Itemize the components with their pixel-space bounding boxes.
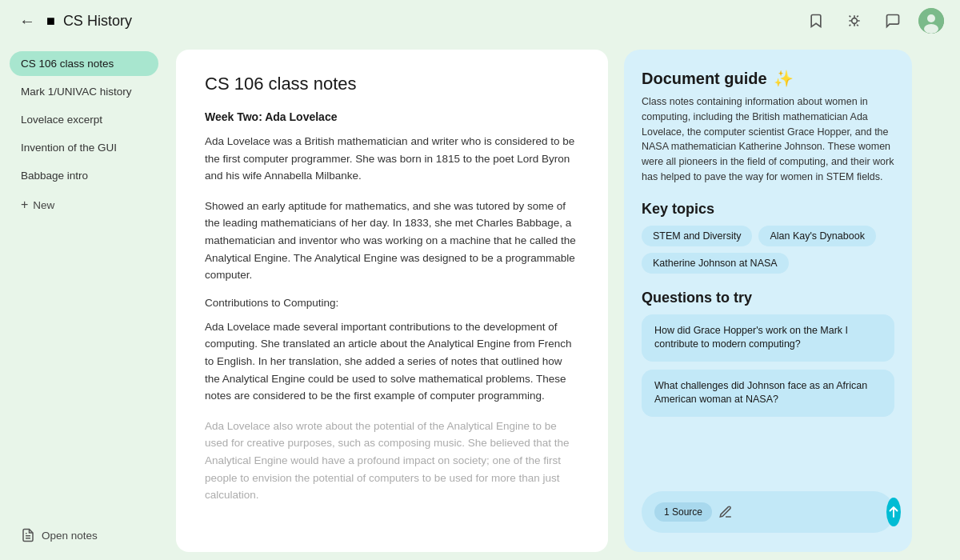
topic-tag-2[interactable]: Katherine Johnson at NASA (642, 253, 789, 274)
top-bar: ← ■ CS History (0, 0, 960, 42)
topic-tag-0[interactable]: STEM and Diversity (642, 226, 752, 246)
sidebar-item-babbage[interactable]: Babbage intro (10, 163, 158, 188)
questions-section: Questions to try How did Grace Hopper's … (642, 290, 894, 417)
sidebar-item-mark1[interactable]: Mark 1/UNIVAC history (10, 79, 158, 104)
notebook-icon: ■ (46, 13, 55, 30)
sidebar-item-lovelace[interactable]: Lovelace excerpt (10, 107, 158, 132)
key-topics-section: Key topics STEM and Diversity Alan Kay's… (642, 201, 894, 274)
tags-container: STEM and Diversity Alan Kay's Dynabook K… (642, 226, 894, 274)
top-bar-right (803, 8, 944, 34)
doc-contributions-header: Contributions to Computing: (205, 297, 579, 309)
send-button[interactable] (886, 498, 901, 526)
document-panel[interactable]: CS 106 class notes Week Two: Ada Lovelac… (176, 50, 608, 552)
questions-container: How did Grace Hopper's work on the Mark … (642, 314, 894, 417)
notes-icon (21, 528, 35, 542)
new-label: New (33, 199, 54, 211)
doc-para-1: Showed an early aptitude for mathematics… (205, 198, 579, 284)
edit-icon (718, 505, 733, 519)
content-area: CS 106 class notes Week Two: Ada Lovelac… (168, 42, 960, 560)
sidebar-spacer (10, 222, 158, 517)
document-subtitle: Week Two: Ada Lovelace (205, 110, 579, 123)
questions-title: Questions to try (642, 290, 894, 306)
top-bar-left: ← ■ CS History (16, 9, 132, 34)
send-icon (886, 505, 901, 519)
doc-para-0: Ada Lovelace was a British mathematician… (205, 133, 579, 185)
open-notes-label: Open notes (42, 530, 98, 542)
avatar[interactable] (918, 8, 944, 34)
document-title: CS 106 class notes (205, 74, 579, 94)
edit-icon-button[interactable] (718, 505, 733, 519)
guide-description: Class notes containing information about… (642, 94, 894, 185)
question-card-0[interactable]: How did Grace Hopper's work on the Mark … (642, 314, 894, 362)
bookmark-button[interactable] (803, 8, 829, 34)
svg-point-3 (924, 24, 938, 34)
page-title: CS History (63, 13, 132, 30)
doc-para-4: Ada Lovelace also wrote about the potent… (205, 418, 579, 504)
svg-point-2 (927, 14, 935, 22)
plus-icon: + (21, 198, 28, 212)
back-icon: ← (19, 12, 35, 30)
back-button[interactable]: ← (16, 9, 38, 34)
sparkle-icon: ✨ (774, 69, 794, 88)
question-card-1[interactable]: What challenges did Johnson face as an A… (642, 370, 894, 417)
main-layout: CS 106 class notes Mark 1/UNIVAC history… (0, 42, 960, 560)
bookmark-icon (808, 13, 824, 29)
chat-icon (885, 13, 901, 29)
guide-header: Document guide ✨ (642, 69, 894, 88)
key-topics-title: Key topics (642, 201, 894, 218)
sidebar-item-cs106[interactable]: CS 106 class notes (10, 51, 158, 76)
guide-input-bar: 1 Source (642, 491, 894, 533)
source-badge[interactable]: 1 Source (654, 502, 712, 522)
new-item-button[interactable]: + New (10, 191, 158, 218)
doc-para-3: Ada Lovelace made several important cont… (205, 318, 579, 405)
chat-button[interactable] (880, 8, 906, 34)
topic-tag-1[interactable]: Alan Kay's Dynabook (758, 226, 875, 246)
open-notes-button[interactable]: Open notes (10, 520, 158, 550)
svg-point-0 (852, 18, 858, 24)
guide-title: Document guide (642, 70, 767, 88)
guide-header-section: Document guide ✨ (642, 69, 894, 88)
bug-icon (846, 13, 862, 29)
guide-text-input[interactable] (746, 506, 880, 518)
guide-panel: Document guide ✨ Class notes containing … (624, 50, 912, 552)
bug-button[interactable] (842, 8, 867, 34)
sidebar: CS 106 class notes Mark 1/UNIVAC history… (0, 42, 168, 560)
sidebar-item-gui[interactable]: Invention of the GUI (10, 135, 158, 160)
